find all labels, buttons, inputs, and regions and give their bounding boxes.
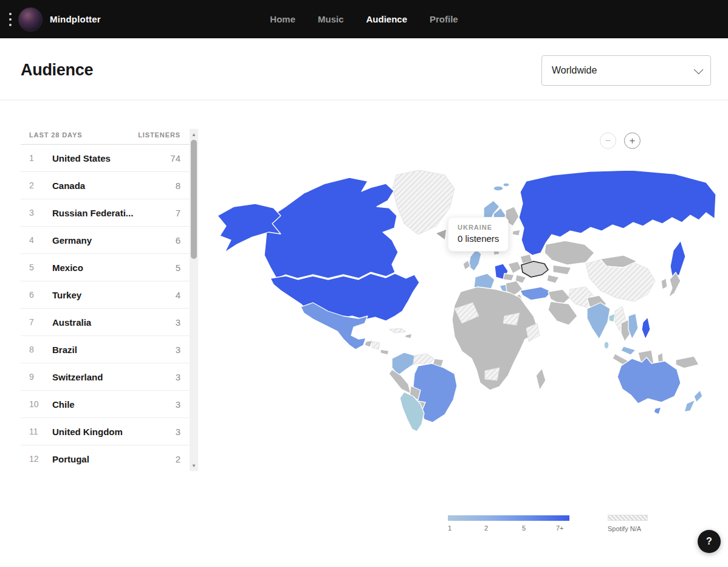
legend-tick: 7+ [556,524,564,532]
map-region-kazakhstan[interactable] [544,241,594,265]
map-region-greenland[interactable] [393,170,455,235]
map-region-guatemala[interactable] [365,340,373,347]
map-region-japan[interactable] [668,272,681,298]
tooltip-country: UKRAINE [458,224,499,231]
na-legend-label: Spotify N/A [608,525,648,532]
map-region-saudi-arabia[interactable] [548,301,577,325]
map-region-hispaniola[interactable] [405,334,412,338]
map-region-central-europe[interactable] [503,273,514,281]
na-hatch-swatch [608,515,648,521]
map-region-caucasus[interactable] [547,275,559,283]
map-region-russia[interactable] [519,170,716,255]
map-region-turkey[interactable] [520,287,552,300]
map-region-new-guinea[interactable] [676,356,699,368]
map-region-bangladesh[interactable] [609,314,615,322]
map-region-malaysia[interactable] [621,346,636,355]
map-region-venezuela[interactable] [413,354,434,365]
map-region-kamchatka[interactable] [670,241,685,280]
nav-item-audience[interactable]: Audience [366,14,408,24]
page-header: Audience Worldwide [0,38,728,100]
artist-avatar[interactable] [18,7,43,32]
nav-item-music[interactable]: Music [318,14,344,24]
map-zoom-out-button[interactable]: − [600,132,616,149]
map-tooltip: UKRAINE 0 listeners [448,217,509,252]
map-region-baltics[interactable] [512,230,520,236]
legend-tick: 5 [522,524,526,532]
map-region-tasmania[interactable] [654,407,661,414]
main-nav: Home Music Audience Profile [0,0,728,38]
map-region-united-kingdom[interactable] [469,249,481,271]
top-navbar: Mindplotter Home Music Audience Profile [0,0,728,38]
region-selector-value: Worldwide [552,65,597,76]
map-region-ukraine[interactable] [521,261,548,277]
map-region-svalbard[interactable] [503,183,509,187]
map-region-cuba[interactable] [389,328,406,333]
map-region-korea[interactable] [661,278,667,289]
map-region-svalbard[interactable] [493,186,503,191]
world-map[interactable] [213,115,728,456]
map-region-madagascar[interactable] [536,368,546,390]
help-button[interactable]: ? [698,530,721,553]
map-region-poland[interactable] [508,261,521,273]
map-region-philippines[interactable] [642,317,650,339]
map-region-panama[interactable] [380,349,389,355]
map-region-canada[interactable] [264,177,398,278]
tooltip-listeners: 0 listeners [458,233,499,244]
map-panel: − + UKRAINE 0 listeners 1 2 5 7+ Spotify… [0,100,728,567]
map-region-australia[interactable] [617,357,681,404]
map-zoom-in-button[interactable]: + [624,132,640,149]
page-title: Audience [21,61,93,80]
cursor-pointer-icon [436,229,446,239]
map-region-india[interactable] [587,303,610,339]
chevron-down-icon [694,64,704,74]
map-color-legend: 1 2 5 7+ [448,515,569,534]
legend-tick: 2 [484,524,488,532]
map-region-new-zealand-south[interactable] [684,400,695,412]
map-region-vietnam[interactable] [628,314,638,339]
nav-item-profile[interactable]: Profile [430,14,458,24]
legend-tick: 1 [448,524,452,532]
artist-name: Mindplotter [50,14,101,24]
map-region-sri-lanka[interactable] [604,342,609,349]
map-region-central-asia[interactable] [553,265,571,275]
nav-item-home[interactable]: Home [270,14,295,24]
map-na-legend: Spotify N/A [608,515,648,532]
map-region-united-states[interactable] [270,273,419,321]
kebab-menu-icon[interactable] [9,13,12,26]
legend-gradient-bar [448,515,569,521]
region-selector-dropdown[interactable]: Worldwide [541,55,711,86]
map-region-nicaragua[interactable] [372,342,380,349]
audience-page: Mindplotter Home Music Audience Profile … [0,0,728,567]
